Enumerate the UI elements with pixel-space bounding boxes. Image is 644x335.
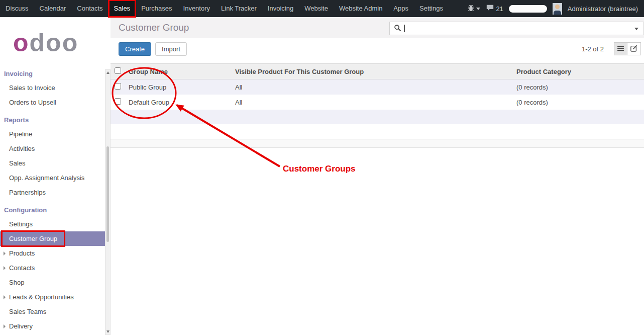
sidebar-item-contacts[interactable]: Contacts bbox=[0, 261, 105, 275]
sidebar-item-label: Products bbox=[9, 249, 35, 257]
sidebar-item-customer-group[interactable]: Customer Group bbox=[0, 231, 105, 246]
sidebar-item-orders-to-upsell[interactable]: Orders to Upsell bbox=[0, 95, 105, 110]
sidebar-item-partnerships[interactable]: Partnerships bbox=[0, 185, 105, 200]
topbar-menu-calendar[interactable]: Calendar bbox=[34, 0, 72, 17]
topbar-menu-sales[interactable]: Sales bbox=[109, 0, 136, 17]
topbar-menu-apps[interactable]: Apps bbox=[388, 0, 414, 17]
scroll-down-arrow-icon[interactable] bbox=[106, 330, 110, 333]
sidebar-item-label: Leads & Opportunities bbox=[9, 293, 74, 301]
topbar-menu-discuss[interactable]: Discuss bbox=[0, 0, 34, 17]
control-panel-top: Customer Group bbox=[111, 17, 644, 38]
table-row-public-group[interactable]: Public Group All (0 records) bbox=[111, 79, 644, 95]
cell-product-category[interactable]: (0 records) bbox=[512, 79, 644, 95]
form-view-button[interactable] bbox=[627, 42, 641, 55]
empty-row bbox=[111, 124, 644, 139]
topbar-menu-inventory[interactable]: Inventory bbox=[178, 0, 216, 17]
expand-arrow-icon bbox=[4, 324, 6, 328]
cell-visible-product[interactable]: All bbox=[231, 79, 512, 95]
sidebar-item-shop[interactable]: Shop bbox=[0, 275, 105, 290]
sidebar-section-reports: Reports bbox=[0, 110, 105, 127]
logo-letters: doo bbox=[30, 29, 79, 57]
logo-letter-accent: o bbox=[13, 29, 30, 57]
sidebar-item-leads-opportunities[interactable]: Leads & Opportunities bbox=[0, 290, 105, 304]
select-all-checkbox-cell bbox=[111, 64, 125, 79]
sidebar-item-opp-assignment-analysis[interactable]: Opp. Assignment Analysis bbox=[0, 171, 105, 185]
chat-bubble-icon bbox=[486, 4, 494, 13]
column-header-visible-product[interactable]: Visible Product For This Customer Group bbox=[231, 64, 512, 79]
row-checkbox[interactable] bbox=[115, 83, 121, 90]
main-content: Customer Group Create Import 1-2 of 2 bbox=[111, 17, 644, 335]
bug-menu[interactable] bbox=[467, 5, 480, 13]
column-header-product-category[interactable]: Product Category bbox=[512, 64, 644, 79]
scroll-up-arrow-icon[interactable] bbox=[106, 71, 110, 74]
search-input[interactable] bbox=[405, 25, 630, 32]
search-bar[interactable] bbox=[389, 22, 644, 35]
topbar: Discuss Calendar Contacts Sales Purchase… bbox=[0, 0, 644, 17]
cell-visible-product[interactable]: All bbox=[231, 95, 512, 110]
list-icon bbox=[617, 45, 624, 53]
sidebar-item-sales-teams[interactable]: Sales Teams bbox=[0, 304, 105, 319]
empty-row bbox=[111, 110, 644, 124]
table-header-row: Group Name Visible Product For This Cust… bbox=[111, 64, 644, 79]
status-pill[interactable] bbox=[509, 5, 547, 13]
sidebar-item-sales[interactable]: Sales bbox=[0, 156, 105, 171]
sidebar-item-label: Contacts bbox=[9, 264, 35, 272]
scrollbar-thumb[interactable] bbox=[106, 146, 109, 242]
cell-group-name[interactable]: Default Group bbox=[125, 95, 231, 110]
edit-icon bbox=[630, 45, 637, 53]
row-checkbox-cell bbox=[111, 95, 125, 110]
sidebar-section-configuration: Configuration bbox=[0, 200, 105, 217]
import-button[interactable]: Import bbox=[155, 42, 187, 56]
user-menu[interactable]: Administrator (braintree) bbox=[568, 5, 638, 13]
topbar-menu-website-admin[interactable]: Website Admin bbox=[334, 0, 388, 17]
sidebar-item-delivery[interactable]: Delivery bbox=[0, 319, 105, 333]
table-row-default-group[interactable]: Default Group All (0 records) bbox=[111, 95, 644, 110]
topbar-menu-website[interactable]: Website bbox=[299, 0, 334, 17]
page-title: Customer Group bbox=[119, 22, 189, 33]
messages-menu[interactable]: 21 bbox=[486, 4, 503, 13]
pager[interactable]: 1-2 of 2 bbox=[582, 45, 604, 53]
topbar-menu-purchases[interactable]: Purchases bbox=[136, 0, 177, 17]
sidebar: odoo Invoicing Sales to Invoice Orders t… bbox=[0, 17, 105, 335]
expand-arrow-icon bbox=[4, 266, 6, 270]
list-view-button[interactable] bbox=[614, 42, 627, 55]
caret-down-icon bbox=[476, 8, 480, 10]
sidebar-item-activities[interactable]: Activities bbox=[0, 141, 105, 156]
view-switcher bbox=[614, 42, 641, 55]
row-checkbox[interactable] bbox=[115, 98, 121, 105]
create-button[interactable]: Create bbox=[119, 42, 151, 56]
bug-icon bbox=[467, 5, 475, 13]
row-checkbox-cell bbox=[111, 79, 125, 95]
cell-product-category[interactable]: (0 records) bbox=[512, 95, 644, 110]
select-all-checkbox[interactable] bbox=[115, 67, 121, 74]
sidebar-item-label: Customer Group bbox=[9, 235, 57, 242]
message-count: 21 bbox=[496, 5, 503, 13]
sidebar-scrollbar[interactable] bbox=[105, 69, 111, 335]
sidebar-section-invoicing: Invoicing bbox=[0, 63, 105, 80]
control-panel-bottom: Create Import 1-2 of 2 bbox=[111, 38, 644, 59]
list-footer-strip bbox=[111, 139, 644, 148]
search-icon bbox=[394, 24, 401, 33]
filter-caret-down-icon[interactable] bbox=[634, 28, 638, 30]
sidebar-item-sales-to-invoice[interactable]: Sales to Invoice bbox=[0, 80, 105, 95]
topbar-menu-invoicing[interactable]: Invoicing bbox=[262, 0, 299, 17]
sidebar-item-label: Delivery bbox=[9, 322, 33, 330]
expand-arrow-icon bbox=[4, 295, 6, 299]
sidebar-item-settings[interactable]: Settings bbox=[0, 217, 105, 231]
customer-group-table: Group Name Visible Product For This Cust… bbox=[111, 63, 644, 139]
sidebar-item-products[interactable]: Products bbox=[0, 246, 105, 261]
sidebar-item-pipeline[interactable]: Pipeline bbox=[0, 127, 105, 141]
topbar-menu-contacts[interactable]: Contacts bbox=[71, 0, 108, 17]
column-header-group-name[interactable]: Group Name bbox=[125, 64, 231, 79]
topbar-menu-settings[interactable]: Settings bbox=[414, 0, 449, 17]
odoo-logo[interactable]: odoo bbox=[0, 17, 105, 63]
user-avatar[interactable] bbox=[553, 3, 562, 15]
cell-group-name[interactable]: Public Group bbox=[125, 79, 231, 95]
expand-arrow-icon bbox=[4, 252, 6, 256]
topbar-menu-link-tracker[interactable]: Link Tracker bbox=[216, 0, 262, 17]
